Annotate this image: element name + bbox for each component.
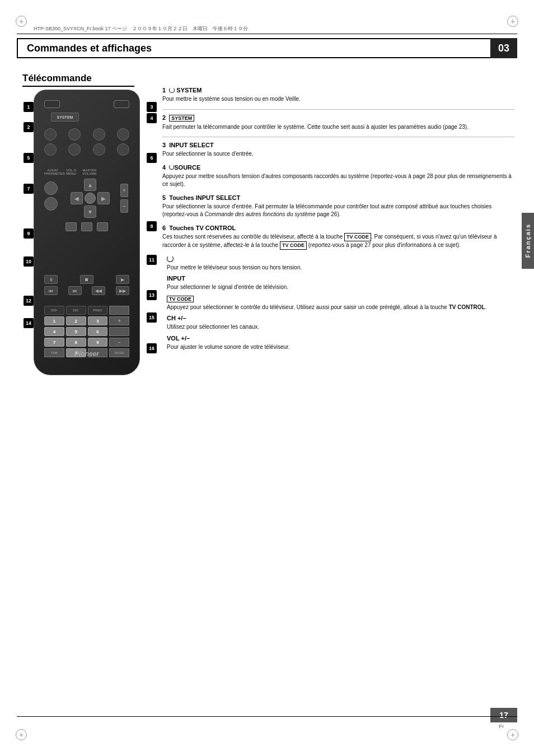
section-1: 1 SYSTEM Pour mettre le système sous ten… (162, 87, 514, 104)
stop-btn[interactable]: ⏹ (80, 275, 93, 284)
btn-circle-7[interactable] (93, 143, 105, 156)
spacer-1 (109, 327, 129, 336)
label-11: 11 (147, 255, 157, 265)
tv-ch-body: Utilisez pour sélectionner les canaux. (167, 323, 514, 332)
top-buttons-row (44, 100, 129, 108)
bottom-nav-row (44, 222, 129, 231)
transport-row-1: ⏸ ⏹ ▶ (44, 275, 129, 284)
label-16: 16 (147, 343, 157, 353)
pioneer-logo: Pioneer (74, 350, 99, 358)
menu-btn[interactable] (81, 222, 92, 231)
section-4: 4 SOURCE Appuyez pour mettre sous/hors t… (162, 164, 514, 189)
num-9[interactable]: 9 (88, 338, 108, 347)
dpad-center[interactable] (85, 193, 96, 204)
num-2[interactable]: 2 (66, 316, 86, 325)
s1-body: Pour mettre le système sous tension ou e… (162, 95, 514, 104)
section-5: 5 Touches INPUT SELECT Pour sélectionner… (162, 194, 514, 219)
rew-btn[interactable]: ⏮ (44, 286, 58, 295)
back-btn[interactable]: ◀◀ (92, 286, 105, 295)
chapter-title-box: Commandes et affichages 03 (17, 38, 517, 58)
vol-btn-2[interactable] (44, 197, 58, 211)
label-8: 8 (147, 221, 157, 231)
fwd-btn[interactable]: ▶▶ (116, 286, 129, 295)
tv-input-label: INPUT (167, 275, 514, 282)
num-top-1[interactable]: 200- (44, 306, 64, 315)
input-buttons-area (44, 128, 129, 156)
btn-circle-1[interactable] (44, 128, 57, 141)
tv-input-body: Pour sélectionner le signal d'entrée de … (167, 283, 514, 292)
transport-area: ⏸ ⏹ ▶ ⏮ ⏭ ◀◀ ▶▶ (44, 275, 129, 295)
return-btn[interactable] (97, 222, 108, 231)
btn-circle-3[interactable] (93, 128, 105, 141)
label-10: 10 (24, 256, 34, 267)
transport-row-2: ⏮ ⏭ ◀◀ ▶▶ (44, 286, 129, 295)
chapter-title-text: Commandes et affichages (27, 43, 152, 54)
label-13: 13 (147, 290, 157, 300)
tv-vol-body: Pour ajuster le volume sonore de votre t… (167, 343, 514, 352)
label-1: 1 (24, 102, 34, 112)
remote-body: SYSTEM AUDIOPARAMETER VOL-SMENU MASTERVO… (34, 90, 140, 375)
label-5: 5 (24, 153, 34, 163)
chapter-number: 03 (490, 38, 517, 58)
num-3[interactable]: 3 (88, 316, 108, 325)
divider-1 (162, 109, 514, 110)
reg-mark-tl (16, 16, 27, 27)
tv-control-items: Pour mettre le téléviseur sous tension o… (167, 255, 514, 352)
num-7[interactable]: 7 (44, 338, 64, 347)
home-btn[interactable] (65, 222, 77, 231)
num-top-3[interactable]: PREV (88, 306, 108, 315)
nav-area: ▲ ▼ ◀ ▶ + (44, 179, 129, 231)
minus-bottom[interactable]: – (109, 338, 129, 347)
dpad-up[interactable]: ▲ (84, 179, 96, 191)
s5-heading: 5 Touches INPUT SELECT (162, 194, 514, 201)
enter-btn[interactable]: ENTER (109, 348, 129, 357)
label-15: 15 (147, 312, 157, 323)
btn-circle-4[interactable] (117, 128, 129, 141)
btn-circle-8[interactable] (117, 143, 129, 156)
minus-btn[interactable]: – (120, 199, 128, 213)
label-4: 4 (147, 113, 157, 123)
reg-mark-tr (507, 16, 518, 27)
dpad-right[interactable]: ▶ (97, 192, 110, 204)
btn-top-left (44, 100, 60, 108)
header-meta: HTP-SB300_SVYXCN_Fr.book 17 ページ ２００９年１０月… (34, 25, 248, 32)
label-6: 6 (147, 153, 157, 163)
label-14: 14 (24, 318, 34, 328)
tv-item-ch: CH +/– Utilisez pour sélectionner les ca… (167, 315, 514, 332)
vol-btn-1[interactable] (44, 181, 58, 195)
num-8[interactable]: 8 (66, 338, 86, 347)
num-4[interactable]: 4 (44, 327, 64, 336)
s3-body: Pour sélectionner la source d'entrée. (162, 150, 514, 158)
s1-heading: 1 SYSTEM (162, 87, 514, 94)
s4-body: Appuyez pour mettre sous/hors tension d'… (162, 172, 514, 189)
tv-item-vol: VOL +/– Pour ajuster le volume sonore de… (167, 335, 514, 352)
num-6[interactable]: 6 (88, 327, 108, 336)
dpad-down[interactable]: ▼ (84, 206, 96, 218)
num-5[interactable]: 5 (66, 327, 86, 336)
tv-item-power: Pour mettre le téléviseur sous tension o… (167, 255, 514, 272)
s6-heading: 6 Touches TV CONTROL (162, 225, 514, 231)
num-1[interactable]: 1 (44, 316, 64, 325)
chapter-title-left: Commandes et affichages (17, 38, 490, 58)
btn-circle-6[interactable] (68, 143, 81, 156)
section-6: 6 Touches TV CONTROL Ces touches sont ré… (162, 225, 514, 250)
dim-btn[interactable]: DIM (44, 348, 64, 357)
content-area: 1 SYSTEM Pour mettre le système sous ten… (162, 87, 514, 711)
play-btn[interactable]: ▶ (116, 275, 129, 284)
system-button[interactable]: SYSTEM (51, 113, 79, 122)
btn-circle-5[interactable] (44, 143, 57, 156)
bottom-bar (17, 716, 517, 717)
header-bar (17, 34, 517, 34)
plus-top[interactable]: + (109, 316, 129, 325)
plus-btn[interactable]: + (120, 184, 128, 197)
tv-tvcode-body: Appuyez pour sélectionner le contrôle du… (167, 304, 514, 312)
s3-heading: 3 INPUT SELECT (162, 142, 514, 148)
label-3: 3 (147, 102, 157, 112)
dpad-left[interactable]: ◀ (71, 192, 83, 204)
pause-btn[interactable]: ⏸ (44, 275, 58, 284)
btn-circle-2[interactable] (68, 128, 81, 141)
left-vol-col (44, 181, 60, 215)
ff-btn[interactable]: ⏭ (68, 286, 82, 295)
num-top-2[interactable]: 100- (66, 306, 86, 315)
s2-heading: 2 SYSTEM (162, 114, 514, 122)
